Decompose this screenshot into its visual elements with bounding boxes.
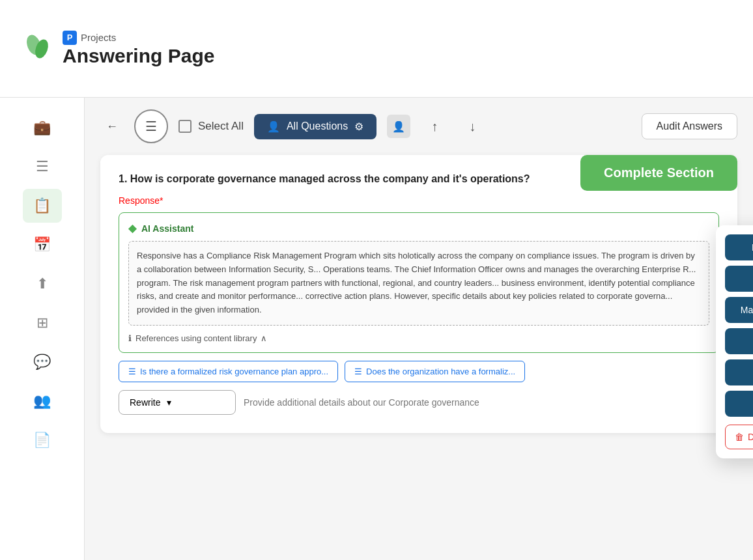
- sidebar-item-grid[interactable]: ⊞: [23, 306, 62, 340]
- back-button[interactable]: ←: [100, 115, 124, 138]
- down-arrow-icon: ↓: [469, 119, 476, 134]
- sidebar-item-briefcase[interactable]: 💼: [23, 111, 62, 145]
- calendar-icon: 📅: [33, 236, 51, 253]
- logo-area: P Projects Answering Page: [21, 31, 214, 67]
- sidebar-item-checklist[interactable]: 📋: [23, 189, 62, 223]
- dropdown-icon: ▾: [167, 397, 171, 408]
- main-layout: 💼 ☰ 📋 📅 ⬆ ⊞ 💬 👥 📄 ←: [0, 98, 753, 560]
- ai-text-area[interactable]: Responsive has a Compliance Risk Managem…: [128, 241, 709, 326]
- projects-row: P Projects: [63, 31, 214, 45]
- select-all-label: Select All: [198, 120, 244, 133]
- discard-button[interactable]: 🗑 Discard: [725, 425, 753, 449]
- info-icon: ℹ: [128, 333, 132, 343]
- sidebar-item-calendar[interactable]: 📅: [23, 228, 62, 262]
- card-area: Complete Section 1. How is corporate gov…: [85, 155, 753, 446]
- ai-assistant-box: ◆ AI Assistant Responsive has a Complian…: [119, 212, 719, 353]
- users-icon: 👥: [33, 393, 51, 410]
- menu-button[interactable]: ☰: [134, 109, 168, 143]
- person-icon-small: 👤: [392, 120, 405, 133]
- filter-label: All Questions: [287, 120, 348, 132]
- audit-answers-label: Audit Answers: [657, 120, 722, 132]
- bottom-row: Rewrite ▾: [119, 390, 719, 415]
- popup-action-row: 🗑 Discard Apply: [725, 425, 753, 449]
- menu-icon: ☰: [145, 119, 157, 134]
- chip-text-1: Does the organization have a formaliz...: [366, 367, 515, 376]
- nav-up-button[interactable]: ↑: [421, 113, 448, 140]
- ai-assistant-label: AI Assistant: [141, 223, 193, 234]
- rewrite-select-label: Rewrite: [130, 397, 160, 408]
- filter-button[interactable]: 👤 All Questions ⚙: [254, 114, 376, 139]
- back-icon: ←: [106, 120, 118, 133]
- make-it-more-readable-button[interactable]: Make it more readable: [725, 297, 753, 323]
- main-card: 1. How is corporate governance managed a…: [100, 155, 737, 433]
- additional-details-input[interactable]: [244, 397, 719, 408]
- person-icon: 👤: [267, 120, 280, 133]
- rewrite-select[interactable]: Rewrite ▾: [119, 390, 236, 415]
- sidebar-item-list[interactable]: ☰: [23, 150, 62, 184]
- briefcase-icon: 💼: [33, 119, 51, 136]
- up-arrow-icon: ↑: [431, 119, 438, 134]
- sidebar-item-users[interactable]: 👥: [23, 384, 62, 418]
- nav-down-button[interactable]: ↓: [459, 113, 486, 140]
- question-number: 1.: [119, 173, 127, 184]
- page-title: Answering Page: [63, 45, 214, 67]
- upload-icon: ⬆: [36, 275, 48, 292]
- app-logo-icon: [21, 32, 55, 66]
- suggestion-chip-0[interactable]: ☰ Is there a formalized risk governance …: [119, 361, 338, 382]
- projects-icon: P: [63, 31, 77, 45]
- complete-section-button[interactable]: Complete Section: [580, 155, 737, 191]
- toolbar: ← ☰ Select All 👤 All Questions ⚙ 👤 ↑ ↓: [85, 98, 753, 155]
- references-label: References using content library: [135, 333, 257, 343]
- list-icon: ☰: [36, 158, 49, 175]
- grid-icon: ⊞: [36, 315, 48, 331]
- select-all-button[interactable]: Select All: [178, 120, 244, 133]
- make-it-plain-button[interactable]: Make it plain: [725, 266, 753, 292]
- projects-label: Projects: [81, 32, 116, 43]
- chip-icon-1: ☰: [354, 367, 362, 376]
- suggestion-chip-1[interactable]: ☰ Does the organization have a formaliz.…: [345, 361, 525, 382]
- ai-body-text: Responsive has a Compliance Risk Managem…: [137, 251, 696, 315]
- select-all-checkbox[interactable]: [178, 120, 192, 133]
- sidebar-item-chat[interactable]: 💬: [23, 345, 62, 379]
- ai-assistant-container: ◆ AI Assistant Responsive has a Complian…: [119, 212, 719, 353]
- chip-icon-0: ☰: [128, 367, 136, 376]
- audit-answers-button[interactable]: Audit Answers: [642, 113, 737, 139]
- filter-sliders-icon: ⚙: [354, 120, 363, 133]
- chat-icon: 💬: [33, 354, 51, 371]
- question-text: How is corporate governance managed acro…: [130, 173, 530, 184]
- ai-options-popup: Passive to active Make it plain Make it …: [716, 225, 753, 458]
- sidebar: 💼 ☰ 📋 📅 ⬆ ⊞ 💬 👥 📄: [0, 98, 85, 560]
- response-label-text: Response: [119, 195, 160, 206]
- title-area: P Projects Answering Page: [63, 31, 214, 67]
- sidebar-item-document[interactable]: 📄: [23, 423, 62, 457]
- checklist-icon: 📋: [33, 197, 51, 214]
- complete-section-label: Complete Section: [604, 165, 714, 180]
- header: P Projects Answering Page: [0, 0, 753, 98]
- sidebar-item-upload[interactable]: ⬆: [23, 267, 62, 301]
- document-icon: 📄: [33, 432, 51, 449]
- content-area: ← ☰ Select All 👤 All Questions ⚙ 👤 ↑ ↓: [85, 98, 753, 560]
- response-label: Response*: [119, 195, 719, 206]
- passive-to-active-button[interactable]: Passive to active: [725, 234, 753, 260]
- ai-assistant-header: ◆ AI Assistant: [128, 222, 709, 234]
- chevron-up-icon: ∧: [261, 333, 267, 343]
- ellaborate-button[interactable]: Ellaborate: [725, 359, 753, 385]
- references-row[interactable]: ℹ References using content library ∧: [128, 333, 709, 343]
- rewrite-button[interactable]: Rewrite: [725, 391, 753, 417]
- ai-diamond-icon: ◆: [128, 222, 136, 234]
- discard-trash-icon: 🗑: [735, 432, 744, 442]
- required-marker: *: [160, 195, 163, 206]
- concise-button[interactable]: Concise: [725, 328, 753, 354]
- chip-text-0: Is there a formalized risk governance pl…: [140, 367, 328, 376]
- person-filter-button[interactable]: 👤: [387, 115, 410, 138]
- suggestion-chips: ☰ Is there a formalized risk governance …: [119, 361, 719, 382]
- discard-label: Discard: [748, 432, 753, 442]
